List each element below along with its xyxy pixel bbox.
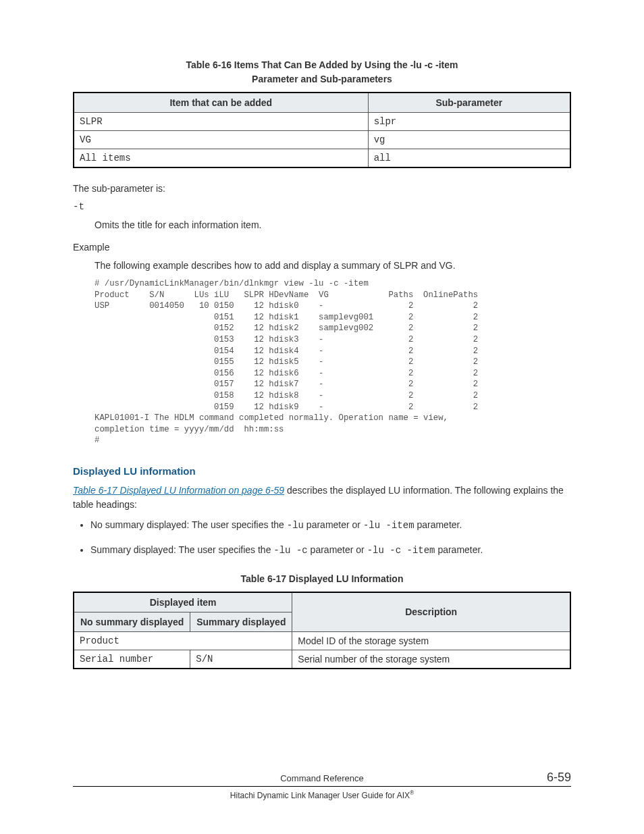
- bullet-prefix: No summary displayed: The user specifies…: [90, 519, 287, 530]
- bullet-list: No summary displayed: The user specifies…: [73, 517, 571, 558]
- table-6-16: Item that can be added Sub-parameter SLP…: [73, 92, 571, 168]
- list-item: No summary displayed: The user specifies…: [90, 517, 571, 533]
- t617-header-group: Displayed item: [74, 592, 292, 613]
- t617-header-description: Description: [292, 592, 570, 632]
- table-row: Product Model ID of the storage system: [74, 631, 570, 650]
- t617-r1c1: Serial number: [74, 650, 190, 669]
- t617-r0c1: Product: [74, 631, 292, 650]
- bullet-code: -lu -c -item: [367, 545, 435, 556]
- bullet-code: -lu -c: [273, 545, 307, 556]
- registered-icon: ®: [410, 789, 414, 796]
- document-page: Table 6-16 Items That Can Be Added by Us…: [0, 0, 644, 834]
- bullet-suffix: parameter.: [435, 544, 483, 555]
- t617-r1c3: Serial number of the storage system: [292, 650, 570, 669]
- page-footer: Command Reference Hitachi Dynamic Link M…: [73, 773, 571, 800]
- t616-r1c1: VG: [74, 131, 368, 149]
- footer-guide-text: Hitachi Dynamic Link Manager User Guide …: [230, 791, 410, 800]
- t616-r0c2: slpr: [368, 113, 570, 131]
- t616-r0c1: SLPR: [74, 113, 368, 131]
- bullet-mid: parameter or: [308, 544, 367, 555]
- t616-r2c1: All items: [74, 149, 368, 168]
- caption-line-1: Table 6-16 Items That Can Be Added by Us…: [186, 59, 458, 70]
- t616-r1c2: vg: [368, 131, 570, 149]
- t617-header-summary: Summary displayed: [190, 612, 292, 631]
- example-desc: The following example describes how to a…: [73, 259, 571, 273]
- example-output: # /usr/DynamicLinkManager/bin/dlnkmgr vi…: [95, 278, 571, 446]
- t616-header-subparam: Sub-parameter: [368, 93, 570, 113]
- t617-r0c3: Model ID of the storage system: [292, 631, 570, 650]
- bullet-suffix: parameter.: [414, 519, 462, 530]
- footer-section: Command Reference: [280, 773, 364, 783]
- cross-reference-link[interactable]: Table 6-17 Displayed LU Information on p…: [73, 485, 284, 496]
- t616-header-item: Item that can be added: [74, 93, 368, 113]
- section-intro: Table 6-17 Displayed LU Information on p…: [73, 484, 571, 512]
- table-6-17: Displayed item Description No summary di…: [73, 592, 571, 669]
- caption-line-2: Parameter and Sub-parameters: [252, 74, 392, 84]
- list-item: Summary displayed: The user specifies th…: [90, 542, 571, 558]
- section-heading: Displayed LU information: [73, 465, 571, 477]
- table-row: SLPR slpr: [74, 113, 570, 131]
- table-row: Serial number S/N Serial number of the s…: [74, 650, 570, 669]
- bullet-prefix: Summary displayed: The user specifies th…: [90, 544, 273, 555]
- t617-r1c2: S/N: [190, 650, 292, 669]
- subparam-intro: The sub-parameter is:: [73, 182, 571, 196]
- table-6-17-caption: Table 6-17 Displayed LU Information: [73, 572, 571, 586]
- t617-header-nosummary: No summary displayed: [74, 612, 190, 631]
- bullet-mid: parameter or: [304, 519, 363, 530]
- t616-r2c2: all: [368, 149, 570, 168]
- table-row: VG vg: [74, 131, 570, 149]
- example-label: Example: [73, 240, 571, 255]
- subparam-desc: Omits the title for each information ite…: [73, 218, 571, 232]
- footer-guide: Hitachi Dynamic Link Manager User Guide …: [73, 786, 571, 800]
- table-row: All items all: [74, 149, 570, 168]
- table-6-16-caption: Table 6-16 Items That Can Be Added by Us…: [73, 58, 571, 86]
- bullet-code: -lu -item: [363, 520, 414, 531]
- subparam-flag: -t: [73, 200, 571, 214]
- bullet-code: -lu: [287, 520, 304, 531]
